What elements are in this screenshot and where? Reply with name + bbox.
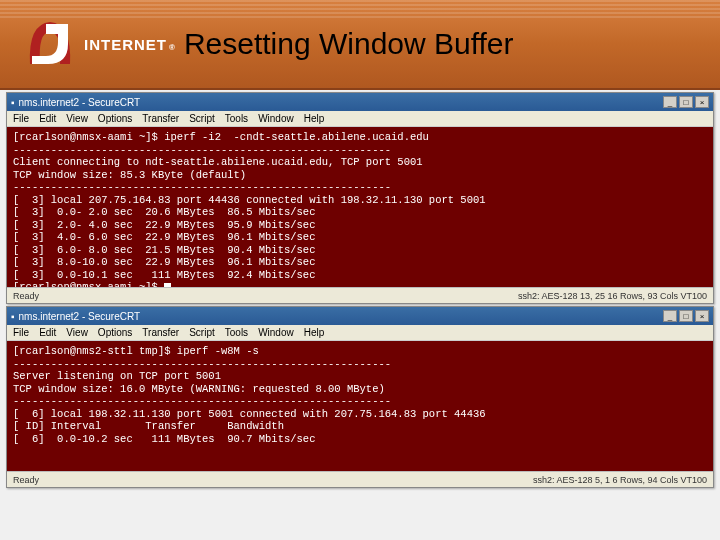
menu-tools[interactable]: Tools: [225, 327, 248, 338]
status-right: ssh2: AES-128 5, 1 6 Rows, 94 Cols VT100: [533, 475, 707, 485]
menu-window[interactable]: Window: [258, 113, 294, 124]
titlebar[interactable]: ▪ nms.internet2 - SecureCRT _ □ ×: [7, 93, 713, 111]
terminal-output[interactable]: [rcarlson@nmsx-aami ~]$ iperf -i2 -cndt-…: [7, 127, 713, 287]
menu-view[interactable]: View: [66, 113, 88, 124]
slide-header: INTERNET ® Resetting Window Buffer: [0, 0, 720, 90]
window-controls: _ □ ×: [663, 310, 709, 322]
menu-file[interactable]: File: [13, 113, 29, 124]
titlebar-text: nms.internet2 - SecureCRT: [19, 97, 141, 108]
statusbar: Ready ssh2: AES-128 5, 1 6 Rows, 94 Cols…: [7, 471, 713, 487]
menu-edit[interactable]: Edit: [39, 113, 56, 124]
minimize-button[interactable]: _: [663, 310, 677, 322]
close-button[interactable]: ×: [695, 96, 709, 108]
app-icon: ▪: [11, 97, 15, 108]
menubar: File Edit View Options Transfer Script T…: [7, 325, 713, 341]
menu-window[interactable]: Window: [258, 327, 294, 338]
menu-options[interactable]: Options: [98, 327, 132, 338]
window-controls: _ □ ×: [663, 96, 709, 108]
terminal-output[interactable]: [rcarlson@nms2-sttl tmp]$ iperf -w8M -s …: [7, 341, 713, 471]
menu-script[interactable]: Script: [189, 113, 215, 124]
logo-text: INTERNET ®: [84, 36, 176, 53]
menu-script[interactable]: Script: [189, 327, 215, 338]
page-title: Resetting Window Buffer: [184, 27, 514, 61]
menu-file[interactable]: File: [13, 327, 29, 338]
menu-help[interactable]: Help: [304, 327, 325, 338]
titlebar-text: nms.internet2 - SecureCRT: [19, 311, 141, 322]
terminal-window-server: ▪ nms.internet2 - SecureCRT _ □ × File E…: [6, 306, 714, 488]
menu-transfer[interactable]: Transfer: [142, 327, 179, 338]
close-button[interactable]: ×: [695, 310, 709, 322]
logo-word: INTERNET: [84, 36, 167, 53]
menu-help[interactable]: Help: [304, 113, 325, 124]
logo-area: INTERNET ®: [20, 14, 176, 74]
status-left: Ready: [13, 291, 39, 301]
maximize-button[interactable]: □: [679, 96, 693, 108]
maximize-button[interactable]: □: [679, 310, 693, 322]
menubar: File Edit View Options Transfer Script T…: [7, 111, 713, 127]
menu-edit[interactable]: Edit: [39, 327, 56, 338]
menu-tools[interactable]: Tools: [225, 113, 248, 124]
terminal-window-client: ▪ nms.internet2 - SecureCRT _ □ × File E…: [6, 92, 714, 304]
menu-view[interactable]: View: [66, 327, 88, 338]
app-icon: ▪: [11, 311, 15, 322]
menu-transfer[interactable]: Transfer: [142, 113, 179, 124]
minimize-button[interactable]: _: [663, 96, 677, 108]
titlebar[interactable]: ▪ nms.internet2 - SecureCRT _ □ ×: [7, 307, 713, 325]
internet2-logo-icon: [20, 14, 80, 74]
registered-icon: ®: [169, 43, 176, 52]
status-left: Ready: [13, 475, 39, 485]
header-lines: [0, 0, 720, 20]
menu-options[interactable]: Options: [98, 113, 132, 124]
status-right: ssh2: AES-128 13, 25 16 Rows, 93 Cols VT…: [518, 291, 707, 301]
statusbar: Ready ssh2: AES-128 13, 25 16 Rows, 93 C…: [7, 287, 713, 303]
